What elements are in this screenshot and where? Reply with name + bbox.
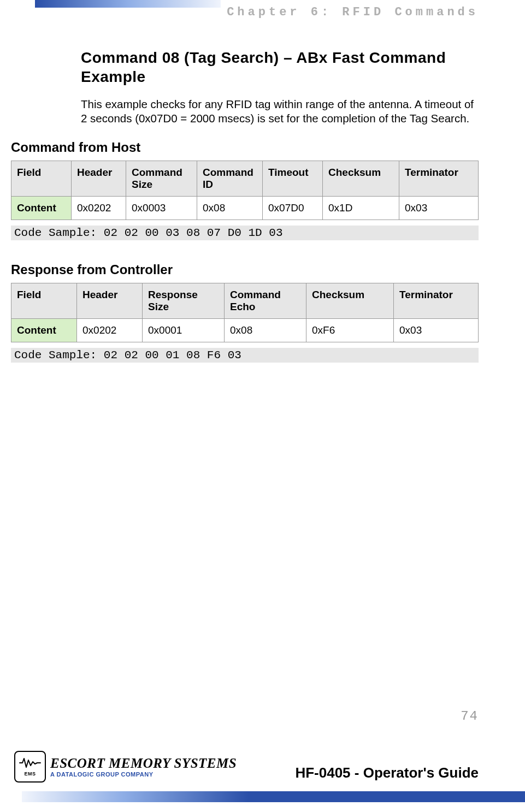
response-code-sample: Code Sample: 02 02 00 01 08 F6 03 [11,348,479,363]
company-name: ESCORT MEMORY SYSTEMS [50,756,237,771]
chapter-header: Chapter 6: RFID Commands [227,5,479,19]
cell-response-size-value: 0x0001 [143,319,225,342]
cell-timeout-value: 0x07D0 [263,197,323,220]
footer-logo: EMS ESCORT MEMORY SYSTEMS A DATALOGIC GR… [14,751,237,783]
col-checksum: Checksum [323,161,399,197]
cell-header-value: 0x0202 [72,197,126,220]
page-number: 74 [461,709,479,724]
top-gradient-bar [35,0,221,8]
page-root: Chapter 6: RFID Commands Command 08 (Tag… [0,0,525,812]
col-response-size: Response Size [143,283,225,319]
command-code-sample: Code Sample: 02 02 00 03 08 07 D0 1D 03 [11,226,479,240]
cell-terminator-value: 0x03 [399,197,479,220]
table-row: Content 0x0202 0x0003 0x08 0x07D0 0x1D 0… [11,197,479,220]
content-area: Command 08 (Tag Search) – ABx Fast Comma… [11,48,479,363]
table-header-row: Field Header Response Size Command Echo … [11,283,479,319]
company-tagline: A DATALOGIC GROUP COMPANY [50,771,237,778]
cell-command-echo-value: 0x08 [225,319,306,342]
cell-command-size-value: 0x0003 [126,197,197,220]
col-timeout: Timeout [263,161,323,197]
col-field: Field [11,283,77,319]
col-checksum: Checksum [306,283,394,319]
col-command-size: Command Size [126,161,197,197]
logo-text: ESCORT MEMORY SYSTEMS A DATALOGIC GROUP … [50,756,237,778]
cell-header-value: 0x0202 [77,319,143,342]
col-header: Header [72,161,126,197]
cell-checksum-value: 0xF6 [306,319,394,342]
col-terminator: Terminator [399,161,479,197]
col-terminator: Terminator [394,283,479,319]
row-content-label: Content [11,319,77,342]
row-content-label: Content [11,197,72,220]
footer-gradient-bar [22,791,525,802]
command-from-host-heading: Command from Host [11,140,479,155]
col-header: Header [77,283,143,319]
response-from-controller-heading: Response from Controller [11,262,479,277]
cell-checksum-value: 0x1D [323,197,399,220]
col-field: Field [11,161,72,197]
footer: EMS ESCORT MEMORY SYSTEMS A DATALOGIC GR… [14,736,525,812]
col-command-echo: Command Echo [225,283,306,319]
response-from-controller-table: Field Header Response Size Command Echo … [11,283,479,342]
logo-badge-icon: EMS [14,751,46,783]
spacer [11,240,479,262]
table-row: Content 0x0202 0x0001 0x08 0xF6 0x03 [11,319,479,342]
section-title: Command 08 (Tag Search) – ABx Fast Comma… [81,48,479,86]
waveform-icon [19,757,41,771]
footer-guide-title: HF-0405 - Operator's Guide [295,764,479,781]
command-from-host-table: Field Header Command Size Command ID Tim… [11,161,479,220]
intro-paragraph: This example checks for any RFID tag wit… [81,97,479,126]
col-command-id: Command ID [197,161,263,197]
cell-terminator-value: 0x03 [394,319,479,342]
cell-command-id-value: 0x08 [197,197,263,220]
table-header-row: Field Header Command Size Command ID Tim… [11,161,479,197]
logo-abbrev: EMS [24,771,36,777]
